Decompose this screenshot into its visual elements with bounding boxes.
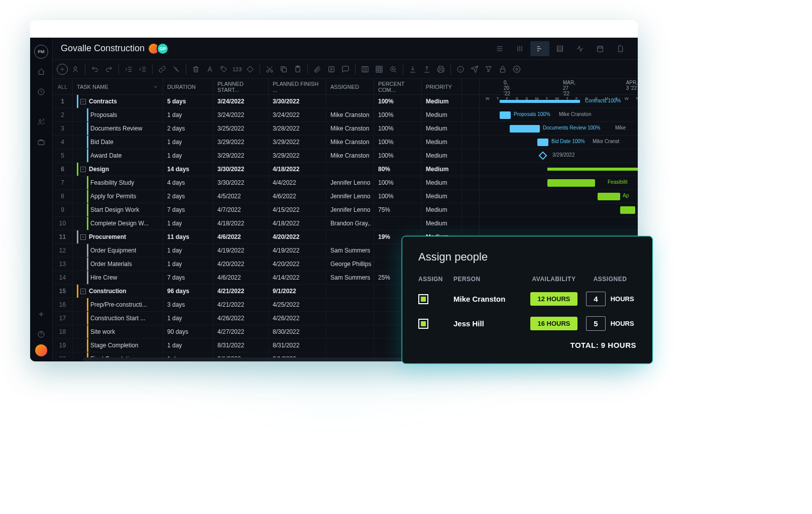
- priority-cell[interactable]: Medium: [422, 190, 462, 203]
- text-button[interactable]: [203, 63, 216, 76]
- assigned-cell[interactable]: [326, 230, 374, 243]
- start-cell[interactable]: 8/31/2022: [213, 339, 269, 352]
- delete-button[interactable]: [189, 63, 202, 76]
- assigned-hours-input[interactable]: 5: [586, 316, 605, 331]
- priority-cell[interactable]: Medium: [422, 203, 462, 216]
- finish-cell[interactable]: 4/14/2022: [269, 271, 326, 284]
- task-name-cell[interactable]: Order Materials: [73, 258, 163, 271]
- assigned-cell[interactable]: [326, 298, 374, 311]
- start-cell[interactable]: 4/27/2022: [213, 325, 269, 338]
- finish-cell[interactable]: 4/4/2022: [269, 176, 326, 189]
- assigned-cell[interactable]: [326, 325, 374, 338]
- finish-cell[interactable]: 4/20/2022: [269, 230, 326, 243]
- task-name-cell[interactable]: −Construction: [73, 285, 163, 298]
- duration-cell[interactable]: 11 days: [163, 230, 213, 243]
- task-name-cell[interactable]: Documents Review: [73, 122, 163, 135]
- percent-cell[interactable]: [374, 217, 422, 230]
- start-cell[interactable]: 3/24/2022: [213, 108, 269, 121]
- task-row[interactable]: 9 Start Design Work 7 days 4/7/2022 4/15…: [53, 203, 479, 217]
- priority-cell[interactable]: Medium: [422, 122, 462, 135]
- finish-cell[interactable]: 4/19/2022: [269, 244, 326, 257]
- task-name-cell[interactable]: Stage Completion: [73, 339, 163, 352]
- duration-cell[interactable]: 4 days: [163, 176, 213, 189]
- milestone-button[interactable]: [244, 63, 257, 76]
- finish-cell[interactable]: 4/18/2022: [269, 163, 326, 176]
- finish-cell[interactable]: 3/28/2022: [269, 122, 326, 135]
- assigned-cell[interactable]: [326, 312, 374, 325]
- columns-button[interactable]: [359, 63, 372, 76]
- duration-cell[interactable]: 90 days: [163, 325, 213, 338]
- task-name-cell[interactable]: −Procurement: [73, 230, 163, 243]
- gantt-view-tab[interactable]: [530, 41, 549, 56]
- task-name-cell[interactable]: Complete Design W...: [73, 217, 163, 230]
- start-cell[interactable]: 4/19/2022: [213, 244, 269, 257]
- start-cell[interactable]: 4/18/2022: [213, 217, 269, 230]
- grid-button[interactable]: [373, 63, 386, 76]
- start-cell[interactable]: 3/25/2022: [213, 122, 269, 135]
- task-row[interactable]: 6 −Design 14 days 3/30/2022 4/18/2022 80…: [53, 163, 479, 176]
- duration-cell[interactable]: 2 days: [163, 122, 213, 135]
- gantt-bar-documents[interactable]: [510, 125, 540, 133]
- list-view-tab[interactable]: [490, 41, 509, 56]
- collapse-toggle[interactable]: −: [80, 99, 86, 104]
- tag-button[interactable]: [217, 63, 230, 76]
- start-cell[interactable]: 4/21/2022: [213, 285, 269, 298]
- finish-cell[interactable]: 3/30/2022: [269, 95, 326, 108]
- assigned-cell[interactable]: Sam Summers: [326, 271, 374, 284]
- start-cell[interactable]: 4/6/2022: [213, 230, 269, 243]
- collapse-toggle[interactable]: −: [80, 234, 86, 240]
- assign-checkbox[interactable]: [418, 294, 428, 304]
- calendar-view-tab[interactable]: [591, 41, 610, 56]
- assigned-cell[interactable]: George Phillips: [326, 258, 374, 271]
- start-cell[interactable]: 4/20/2022: [213, 258, 269, 271]
- task-name-cell[interactable]: Feasibility Study: [73, 176, 163, 189]
- duration-cell[interactable]: 1 day: [163, 312, 213, 325]
- people-icon[interactable]: [34, 115, 48, 129]
- assigned-cell[interactable]: [326, 339, 374, 352]
- start-cell[interactable]: 3/30/2022: [213, 176, 269, 189]
- filter-button[interactable]: [482, 63, 495, 76]
- col-header-duration[interactable]: DURATION: [163, 79, 213, 94]
- start-cell[interactable]: 4/26/2022: [213, 312, 269, 325]
- priority-cell[interactable]: Medium: [422, 217, 462, 230]
- duration-cell[interactable]: 1 day: [163, 339, 213, 352]
- assigned-cell[interactable]: [326, 352, 374, 357]
- collapse-toggle[interactable]: −: [80, 289, 86, 294]
- task-name-cell[interactable]: Order Equipment: [73, 244, 163, 257]
- percent-cell[interactable]: 100%: [374, 122, 422, 135]
- task-name-cell[interactable]: −Contracts: [73, 95, 163, 108]
- percent-cell[interactable]: 100%: [374, 95, 422, 108]
- duration-cell[interactable]: 7 days: [163, 271, 213, 284]
- duration-cell[interactable]: 7 days: [163, 203, 213, 216]
- cut-button[interactable]: [263, 63, 276, 76]
- finish-cell[interactable]: 4/26/2022: [269, 312, 326, 325]
- task-name-cell[interactable]: −Design: [73, 163, 163, 176]
- task-name-cell[interactable]: Site work: [73, 325, 163, 338]
- finish-cell[interactable]: 4/20/2022: [269, 258, 326, 271]
- start-cell[interactable]: 4/6/2022: [213, 271, 269, 284]
- finish-cell[interactable]: 3/24/2022: [269, 108, 326, 121]
- gantt-bar-feasibility[interactable]: [547, 179, 595, 187]
- unlink-button[interactable]: [170, 63, 183, 76]
- duration-cell[interactable]: 3 days: [163, 298, 213, 311]
- finish-cell[interactable]: 3/29/2022: [269, 149, 326, 162]
- collapse-toggle[interactable]: −: [80, 167, 86, 172]
- indent-button[interactable]: [136, 63, 149, 76]
- start-cell[interactable]: 3/29/2022: [213, 136, 269, 149]
- task-name-cell[interactable]: Start Design Work: [73, 203, 163, 216]
- duration-cell[interactable]: 96 days: [163, 285, 213, 298]
- horizontal-scrollbar[interactable]: [83, 357, 429, 361]
- comment-button[interactable]: [339, 63, 352, 76]
- priority-cell[interactable]: Medium: [422, 163, 462, 176]
- gantt-bar-proposals[interactable]: [500, 111, 511, 119]
- priority-cell[interactable]: Medium: [422, 136, 462, 149]
- duration-cell[interactable]: 1 day: [163, 136, 213, 149]
- activity-view-tab[interactable]: [570, 41, 590, 56]
- user-avatar[interactable]: [35, 344, 47, 356]
- assigned-cell[interactable]: Brandon Gray,.: [326, 217, 374, 230]
- finish-cell[interactable]: 4/15/2022: [269, 203, 326, 216]
- assigned-hours-input[interactable]: 4: [586, 292, 605, 306]
- percent-cell[interactable]: 100%: [374, 136, 422, 149]
- start-cell[interactable]: 3/29/2022: [213, 149, 269, 162]
- help-icon[interactable]: [34, 327, 48, 341]
